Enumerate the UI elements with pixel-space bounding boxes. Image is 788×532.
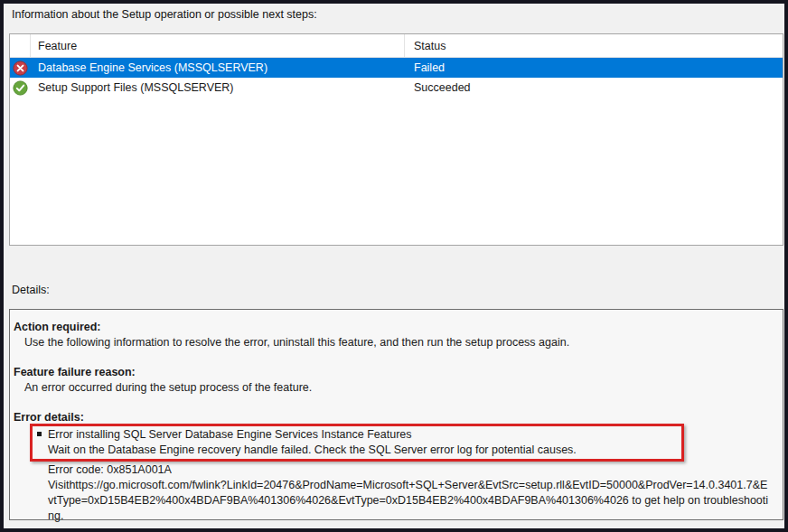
details-readonly-textbox[interactable]: Action required: Use the following infor… bbox=[9, 309, 783, 520]
icon-column-header bbox=[10, 34, 31, 57]
troubleshooting-link-text: Visithttps://go.microsoft.com/fwlink?Lin… bbox=[48, 478, 771, 524]
table-row-setup-support-files[interactable]: Setup Support Files (MSSQLSERVER) Succee… bbox=[10, 78, 783, 98]
bullet-icon bbox=[37, 432, 42, 436]
action-required-heading: Action required: bbox=[14, 320, 101, 334]
action-required-body: Use the following information to resolve… bbox=[24, 335, 569, 350]
error-bullet-line1: Error installing SQL Server Database Eng… bbox=[48, 427, 680, 443]
feature-failure-reason-heading: Feature failure reason: bbox=[14, 365, 136, 379]
feature-cell: Database Engine Services (MSSQLSERVER) bbox=[31, 58, 405, 78]
feature-failure-reason-body: An error occurred during the setup proce… bbox=[24, 380, 312, 395]
feature-status-table: Feature Status Database Engine Services … bbox=[9, 33, 783, 246]
status-cell: Succeeded bbox=[405, 78, 783, 98]
feature-column-header[interactable]: Feature bbox=[31, 34, 405, 57]
table-row-database-engine-services[interactable]: Database Engine Services (MSSQLSERVER) F… bbox=[10, 58, 783, 78]
info-label: Information about the Setup operation or… bbox=[12, 8, 317, 21]
table-header-row: Feature Status bbox=[10, 34, 783, 58]
status-column-header[interactable]: Status bbox=[405, 34, 783, 57]
success-status-icon bbox=[10, 78, 31, 98]
status-cell: Failed bbox=[405, 58, 783, 78]
details-label: Details: bbox=[12, 284, 50, 296]
error-details-heading: Error details: bbox=[14, 410, 84, 425]
error-code-text: Error code: 0x851A001A bbox=[48, 462, 172, 477]
error-bullet-line2: Wait on the Database Engine recovery han… bbox=[48, 443, 680, 458]
error-bullet-text: Error installing SQL Server Database Eng… bbox=[48, 427, 680, 458]
feature-cell: Setup Support Files (MSSQLSERVER) bbox=[31, 78, 405, 98]
error-status-icon bbox=[10, 58, 31, 78]
setup-results-panel: Information about the Setup operation or… bbox=[0, 0, 788, 532]
